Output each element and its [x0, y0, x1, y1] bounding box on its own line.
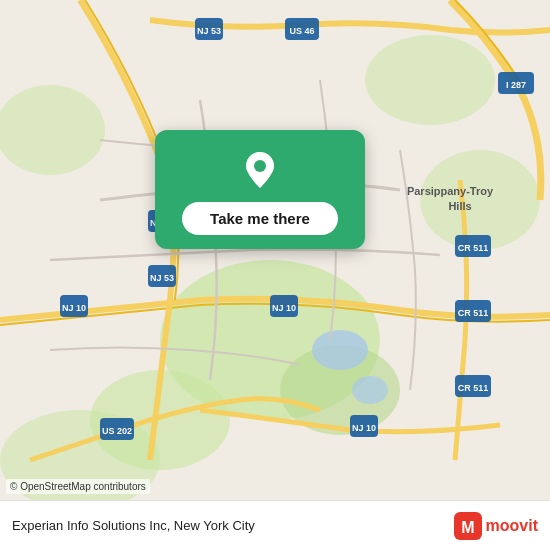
svg-text:NJ 53: NJ 53 [150, 273, 174, 283]
map-copyright: © OpenStreetMap contributors [6, 479, 150, 494]
svg-text:CR 511: CR 511 [458, 383, 489, 393]
svg-text:Parsippany-Troy: Parsippany-Troy [407, 185, 494, 197]
svg-point-37 [254, 160, 266, 172]
svg-text:I 287: I 287 [506, 80, 526, 90]
map-background: NJ 53 NJ 10 NJ 53 US 46 I 287 NJ 10 NJ 1… [0, 0, 550, 500]
svg-text:NJ 10: NJ 10 [272, 303, 296, 313]
svg-text:US 202: US 202 [102, 426, 132, 436]
moovit-logo: M moovit [454, 512, 538, 540]
svg-point-7 [365, 35, 495, 125]
take-me-there-button[interactable]: Take me there [182, 202, 338, 235]
svg-point-9 [352, 376, 388, 404]
footer: Experian Info Solutions Inc, New York Ci… [0, 500, 550, 550]
svg-point-8 [312, 330, 368, 370]
svg-text:CR 511: CR 511 [458, 308, 489, 318]
svg-text:NJ 10: NJ 10 [62, 303, 86, 313]
moovit-icon: M [454, 512, 482, 540]
location-pin-icon [238, 148, 282, 192]
moovit-text: moovit [486, 517, 538, 535]
location-popup[interactable]: Take me there [155, 130, 365, 249]
location-title: Experian Info Solutions Inc, New York Ci… [12, 518, 255, 533]
svg-point-6 [0, 85, 105, 175]
svg-text:NJ 10: NJ 10 [352, 423, 376, 433]
map-area: NJ 53 NJ 10 NJ 53 US 46 I 287 NJ 10 NJ 1… [0, 0, 550, 500]
svg-text:M: M [461, 519, 474, 536]
svg-text:US 46: US 46 [289, 26, 314, 36]
svg-text:Hills: Hills [448, 200, 471, 212]
svg-text:NJ 53: NJ 53 [197, 26, 221, 36]
app-container: NJ 53 NJ 10 NJ 53 US 46 I 287 NJ 10 NJ 1… [0, 0, 550, 550]
svg-text:CR 511: CR 511 [458, 243, 489, 253]
